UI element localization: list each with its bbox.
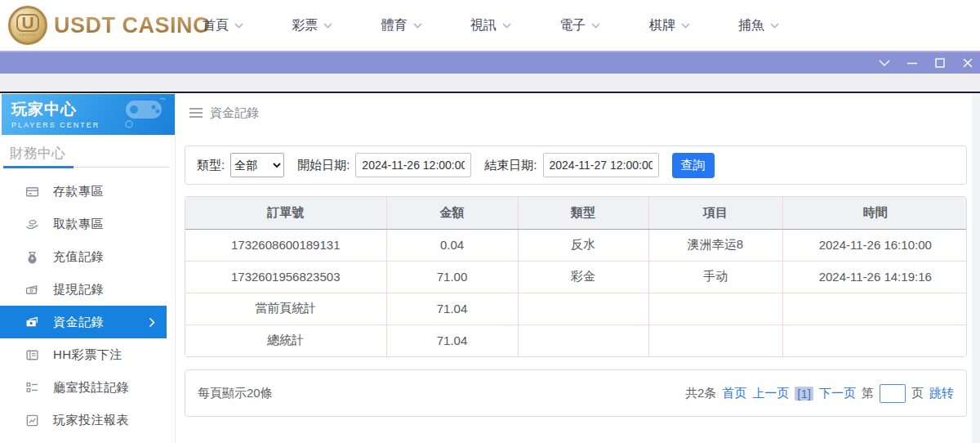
players-center-banner: 玩家中心 PLAYERS CENTER [2, 94, 175, 135]
chevron-down-icon [770, 23, 779, 29]
cell-order-no: 1732608600189131 [185, 229, 386, 261]
cell-item: 手动 [648, 261, 782, 293]
column-header: 金額 [386, 197, 518, 229]
scrollbar-track[interactable] [972, 93, 980, 443]
cell-empty [518, 324, 648, 356]
search-button[interactable]: 查詢 [672, 153, 715, 178]
finance-section-title: 財務中心 [10, 144, 65, 163]
cell-amount: 71.04 [386, 293, 518, 324]
sidebar-item-player-bet-report[interactable]: 玩家投注報表 [0, 404, 176, 436]
cell-empty [782, 324, 967, 356]
funds-icon [25, 315, 39, 329]
window-controls [879, 52, 973, 74]
nav-item-slots[interactable]: 電子 [559, 17, 600, 34]
window-title-bar [0, 51, 980, 74]
page-size-text: 每頁顯示20條 [198, 386, 273, 401]
money-bag-icon [25, 250, 39, 264]
chevron-down-icon [323, 23, 332, 29]
current-page-badge[interactable]: [1] [795, 387, 813, 400]
credit-card-icon [25, 185, 39, 199]
type-label: 類型: [197, 158, 225, 173]
chevron-down-icon [502, 23, 511, 29]
logo-letter: U [16, 14, 38, 32]
cell-amount: 0.04 [386, 229, 518, 261]
banknotes-icon [25, 283, 39, 297]
cell-label: 當前頁統計 [185, 293, 386, 324]
main-nav: 首頁 彩票 體育 視訊 電子 [203, 0, 779, 51]
table-row: 1732608600189131 0.04 反水 澳洲幸运8 2024-11-2… [185, 229, 967, 261]
chevron-down-icon [413, 23, 422, 29]
first-page-link[interactable]: 首页 [722, 386, 746, 401]
cell-empty [518, 293, 648, 324]
sidebar-item-withdraw-records[interactable]: 提現記錄 [0, 273, 176, 306]
sidebar-item-deposit-zone[interactable]: 存款專區 [0, 175, 176, 208]
cell-label: 總統計 [185, 324, 386, 356]
cell-order-no: 1732601956823503 [185, 261, 386, 293]
table-row-grand-total: 總統計 71.04 [185, 324, 967, 356]
jump-button[interactable]: 跳转 [929, 386, 954, 401]
cell-amount: 71.00 [386, 261, 518, 293]
page-jump-input[interactable] [880, 384, 906, 403]
main-content: 資金記錄 類型: 全部 開始日期: 結束日期: 查詢 訂單 [176, 93, 972, 443]
minimize-icon[interactable] [906, 57, 918, 69]
end-date-label: 結束日期: [484, 158, 537, 173]
jump-suffix: 页 [911, 386, 924, 401]
nav-item-boardgames[interactable]: 棋牌 [649, 17, 690, 34]
column-header: 時間 [782, 197, 967, 229]
cell-time: 2024-11-26 14:19:16 [782, 261, 967, 293]
top-header: U casino USDT CASINO 首頁 彩票 體育 [0, 0, 980, 51]
chevron-down-icon [234, 23, 243, 29]
logo-coin-icon: U casino [8, 6, 47, 45]
cell-item: 澳洲幸运8 [648, 229, 782, 261]
app-window: U casino USDT CASINO 首頁 彩票 體育 [0, 0, 980, 443]
cell-type: 反水 [518, 229, 648, 261]
table-row: 1732601956823503 71.00 彩金 手动 2024-11-26 … [185, 261, 967, 293]
document-list-icon [25, 348, 39, 362]
nav-item-fishing[interactable]: 捕魚 [738, 17, 779, 34]
cell-empty [782, 293, 967, 324]
chevron-down-icon [591, 23, 600, 29]
cell-amount: 71.04 [386, 324, 518, 356]
hamburger-icon[interactable] [189, 106, 203, 121]
next-page-link[interactable]: 下一页 [819, 386, 856, 401]
gamepad-icon [119, 97, 168, 133]
nav-item-lottery[interactable]: 彩票 [292, 17, 332, 34]
sidebar-item-room-bet-records[interactable]: 廳室投註記錄 [0, 371, 176, 404]
sidebar-item-withdraw-zone[interactable]: 取款專區 [0, 208, 176, 240]
table-row-page-subtotal: 當前頁統計 71.04 [185, 293, 967, 324]
maximize-icon[interactable] [934, 57, 946, 69]
sidebar: 玩家中心 PLAYERS CENTER 財務中心 存款專區 [0, 93, 176, 443]
chart-report-icon [25, 414, 39, 427]
nav-item-sports[interactable]: 體育 [381, 17, 422, 34]
breadcrumb: 資金記錄 [189, 105, 259, 121]
checklist-icon [25, 381, 39, 395]
sidebar-item-funds-records[interactable]: 資金記錄 [0, 306, 167, 338]
spacer-strip [0, 74, 980, 92]
close-icon[interactable] [962, 57, 973, 69]
end-date-input[interactable] [543, 153, 659, 177]
funds-table: 訂單號 金額 類型 項目 時間 1732608600189131 0.04 反水… [185, 196, 967, 357]
logo-subtext: casino [20, 32, 36, 37]
cell-time: 2024-11-26 16:10:00 [782, 229, 967, 261]
pagination-bar: 每頁顯示20條 共2条 首页 上一页 [1] 下一页 第 页 跳转 [185, 369, 967, 417]
start-date-label: 開始日期: [297, 158, 350, 173]
sidebar-menu: 存款專區 取款專區 充值記錄 提現記錄 資金記錄 [0, 175, 176, 436]
filter-bar: 類型: 全部 開始日期: 結束日期: 查詢 [185, 145, 967, 185]
start-date-input[interactable] [355, 153, 471, 177]
page-title: 資金記錄 [210, 105, 259, 121]
jump-prefix: 第 [862, 386, 874, 401]
pagination-controls: 共2条 首页 上一页 [1] 下一页 第 页 跳转 [685, 384, 954, 403]
nav-item-video[interactable]: 視訊 [470, 17, 511, 34]
sidebar-item-recharge-records[interactable]: 充值記錄 [0, 240, 176, 273]
brand-name: USDT CASINO [54, 13, 211, 38]
nav-item-home[interactable]: 首頁 [203, 17, 243, 34]
total-count: 共2条 [685, 386, 716, 401]
collapse-chevron-icon[interactable] [879, 57, 890, 69]
prev-page-link[interactable]: 上一页 [752, 386, 789, 401]
cell-empty [648, 293, 782, 324]
brand-logo[interactable]: U casino USDT CASINO [8, 6, 211, 45]
hand-coins-icon [25, 217, 39, 231]
sidebar-item-hh-lottery-bets[interactable]: HH彩票下注 [0, 338, 176, 371]
table-header-row: 訂單號 金額 類型 項目 時間 [185, 197, 967, 229]
type-select[interactable]: 全部 [230, 153, 284, 177]
